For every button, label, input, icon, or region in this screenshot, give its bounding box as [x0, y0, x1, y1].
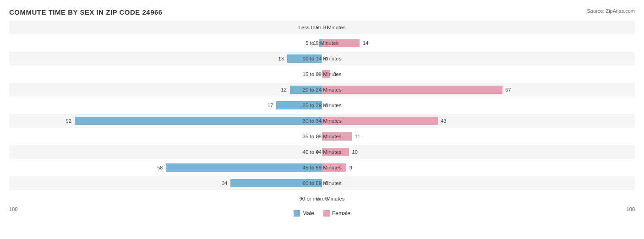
male-value: 0 [316, 71, 319, 77]
female-bar [322, 163, 346, 172]
legend-female-label: Female [332, 210, 350, 217]
female-value: 0 [325, 103, 328, 108]
male-value: 34 [222, 180, 227, 186]
legend-female-box [323, 210, 330, 217]
bar-row: 35 to 39 Minutes011 [9, 130, 635, 143]
female-value: 0 [325, 56, 328, 61]
legend-female: Female [323, 210, 350, 217]
legend: Male Female [294, 210, 350, 217]
axis-right: 100 [627, 206, 635, 217]
bars-area: Less than 5 Minutes005 to 9 Minutes11410… [9, 21, 635, 206]
female-value: 0 [325, 180, 328, 186]
bar-row: 25 to 29 Minutes170 [9, 98, 635, 112]
bar-row: Less than 5 Minutes00 [9, 21, 635, 34]
female-value: 11 [355, 134, 360, 139]
bar-row: 5 to 9 Minutes114 [9, 36, 635, 50]
female-bar [322, 148, 349, 156]
female-value: 3 [333, 71, 336, 77]
source-label: Source: ZipAtlas.com [587, 8, 635, 14]
female-bar [322, 39, 360, 47]
male-value: 0 [316, 25, 319, 30]
bar-row: 15 to 19 Minutes03 [9, 67, 635, 81]
axis-left: 100 [9, 206, 17, 217]
bar-label: 90 or more Minutes [285, 196, 359, 201]
male-value: 58 [157, 165, 163, 170]
bar-row: 40 to 44 Minutes010 [9, 145, 635, 159]
chart-title: COMMUTE TIME BY SEX IN ZIP CODE 24966 [9, 8, 635, 16]
female-value: 0 [325, 25, 328, 30]
female-value: 67 [505, 87, 511, 92]
male-value: 0 [316, 134, 319, 139]
bar-row: 10 to 14 Minutes130 [9, 52, 635, 65]
bar-row: 45 to 59 Minutes589 [9, 161, 635, 174]
male-bar [75, 117, 322, 125]
bar-row: 30 to 34 Minutes9243 [9, 114, 635, 128]
male-bar [276, 101, 322, 109]
male-value: 0 [316, 149, 319, 155]
bar-label: Less than 5 Minutes [285, 25, 359, 30]
female-bar [322, 70, 330, 78]
male-bar [230, 179, 322, 187]
axis-labels: 100 Male Female 100 [9, 206, 635, 217]
male-value: 92 [66, 118, 71, 124]
female-value: 14 [363, 40, 368, 46]
male-value: 17 [267, 103, 273, 108]
female-bar [322, 132, 352, 141]
female-value: 10 [352, 149, 358, 155]
male-value: 13 [278, 56, 284, 61]
legend-male-label: Male [302, 210, 314, 217]
bar-row: 20 to 24 Minutes1267 [9, 83, 635, 97]
male-value: 1 [313, 40, 316, 46]
female-value: 43 [441, 118, 446, 124]
male-bar [166, 163, 322, 172]
male-bar [287, 54, 322, 63]
female-value: 9 [349, 165, 352, 170]
bar-row: 90 or more Minutes00 [9, 192, 635, 206]
legend-male: Male [294, 210, 314, 217]
female-bar [322, 117, 438, 125]
legend-male-box [294, 210, 300, 217]
male-value: 12 [281, 87, 286, 92]
male-value: 0 [316, 196, 319, 201]
bar-row: 60 to 89 Minutes340 [9, 176, 635, 190]
female-bar [322, 86, 502, 94]
female-value: 0 [325, 196, 328, 201]
male-bar [290, 86, 322, 94]
chart-container: COMMUTE TIME BY SEX IN ZIP CODE 24966 So… [0, 0, 644, 239]
